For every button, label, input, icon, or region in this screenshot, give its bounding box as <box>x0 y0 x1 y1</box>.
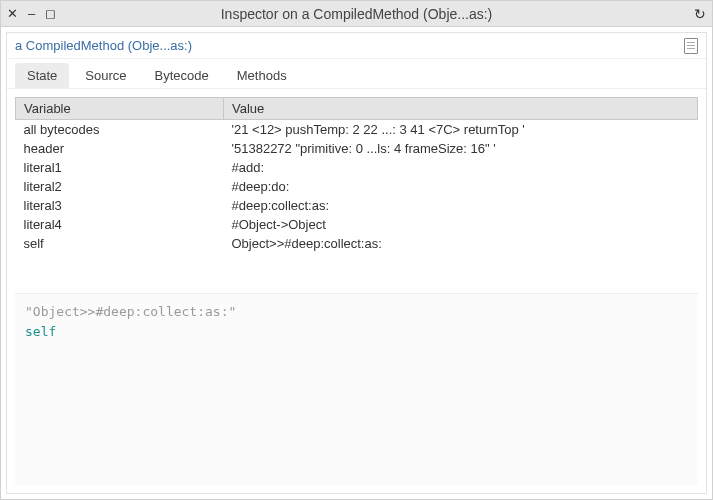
column-header-variable[interactable]: Variable <box>16 98 224 120</box>
cell-value: #deep:collect:as: <box>224 196 698 215</box>
cell-value: '51382272 "primitive: 0 ...ls: 4 frameSi… <box>224 139 698 158</box>
inspector-panel: a CompiledMethod (Obje...as:) State Sour… <box>6 32 707 494</box>
table-row[interactable]: header '51382272 "primitive: 0 ...ls: 4 … <box>16 139 698 158</box>
cell-variable: literal1 <box>16 158 224 177</box>
tabs: State Source Bytecode Methods <box>7 59 706 89</box>
table-row[interactable]: literal4 #Object->Object <box>16 215 698 234</box>
variables-table: Variable Value all bytecodes '21 <12> pu… <box>15 97 698 253</box>
cell-variable: literal2 <box>16 177 224 196</box>
tab-methods[interactable]: Methods <box>225 63 299 88</box>
code-expression: self <box>25 322 688 342</box>
column-header-value[interactable]: Value <box>224 98 698 120</box>
close-icon[interactable]: ✕ <box>7 7 18 20</box>
code-pane[interactable]: "Object>>#deep:collect:as:" self <box>15 293 698 485</box>
cell-value: #Object->Object <box>224 215 698 234</box>
inspector-window: ✕ – ◻ Inspector on a CompiledMethod (Obj… <box>0 0 713 500</box>
maximize-icon[interactable]: ◻ <box>45 7 56 20</box>
cell-value: Object>>#deep:collect:as: <box>224 234 698 253</box>
variables-table-wrap: Variable Value all bytecodes '21 <12> pu… <box>15 97 698 253</box>
table-row[interactable]: self Object>>#deep:collect:as: <box>16 234 698 253</box>
window-body: a CompiledMethod (Obje...as:) State Sour… <box>1 27 712 499</box>
table-row[interactable]: literal3 #deep:collect:as: <box>16 196 698 215</box>
minimize-icon[interactable]: – <box>28 7 35 20</box>
tab-content: Variable Value all bytecodes '21 <12> pu… <box>7 89 706 493</box>
cell-value: '21 <12> pushTemp: 2 22 ...: 3 41 <7C> r… <box>224 120 698 140</box>
cell-variable: literal3 <box>16 196 224 215</box>
cell-variable: header <box>16 139 224 158</box>
refresh-icon[interactable]: ↻ <box>694 6 706 22</box>
cell-value: #deep:do: <box>224 177 698 196</box>
document-icon[interactable] <box>684 38 698 54</box>
table-row[interactable]: literal1 #add: <box>16 158 698 177</box>
window-controls: ✕ – ◻ <box>7 7 56 20</box>
code-comment: "Object>>#deep:collect:as:" <box>25 302 688 322</box>
breadcrumb: a CompiledMethod (Obje...as:) <box>7 33 706 59</box>
tab-state[interactable]: State <box>15 63 69 88</box>
tab-source[interactable]: Source <box>73 63 138 88</box>
cell-variable: self <box>16 234 224 253</box>
cell-value: #add: <box>224 158 698 177</box>
titlebar: ✕ – ◻ Inspector on a CompiledMethod (Obj… <box>1 1 712 27</box>
cell-variable: all bytecodes <box>16 120 224 140</box>
window-title: Inspector on a CompiledMethod (Obje...as… <box>1 6 712 22</box>
cell-variable: literal4 <box>16 215 224 234</box>
spacer <box>15 253 698 293</box>
table-row[interactable]: all bytecodes '21 <12> pushTemp: 2 22 ..… <box>16 120 698 140</box>
tab-bytecode[interactable]: Bytecode <box>143 63 221 88</box>
breadcrumb-item[interactable]: a CompiledMethod (Obje...as:) <box>15 38 192 53</box>
table-row[interactable]: literal2 #deep:do: <box>16 177 698 196</box>
